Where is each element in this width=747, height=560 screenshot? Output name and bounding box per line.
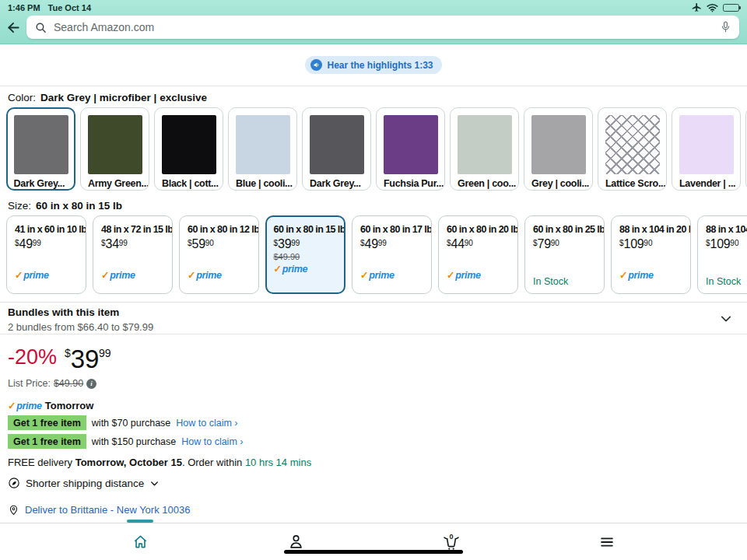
swatch-image xyxy=(14,115,68,174)
list-price-label: List Price: xyxy=(8,378,51,389)
size-option-88x104-20lb[interactable]: 88 in x 104 in 20 lb $10990 ✓prime xyxy=(611,215,691,294)
back-button[interactable] xyxy=(3,17,23,37)
color-swatch-fuchsia[interactable]: Fuchsia Pur... xyxy=(376,107,445,191)
swatch-image xyxy=(88,115,142,174)
promo-highlight: Get 1 free item xyxy=(8,415,86,430)
nav-menu-button[interactable] xyxy=(585,523,629,560)
swatch-image xyxy=(531,115,586,174)
color-swatch-blue[interactable]: Blue | cooli... xyxy=(228,107,297,191)
color-swatch-green[interactable]: Green | coo... xyxy=(450,107,519,191)
size-title: 48 in x 72 in 15 lb xyxy=(101,224,167,235)
size-option-60x80-15lb-selected[interactable]: 60 in x 80 in 15 lb $3999 $49.90 ✓prime xyxy=(265,215,345,294)
size-option-60x80-25lb[interactable]: 60 in x 80 in 25 lb $7990 In Stock xyxy=(524,215,605,294)
promo-highlight: Get 1 free item xyxy=(8,434,86,449)
list-price-value: $49.90 xyxy=(54,378,83,389)
size-price: $10990 xyxy=(706,237,747,251)
size-option-60x80-20lb[interactable]: 60 in x 80 in 20 lb $4490 ✓prime xyxy=(438,215,518,294)
nav-profile-button[interactable] xyxy=(274,523,317,560)
color-swatch-army-green[interactable]: Army Green... xyxy=(80,107,149,191)
cart-icon: 0 xyxy=(441,532,461,552)
deliver-to-label: Deliver to Brittanie - New York 10036 xyxy=(25,504,190,516)
size-was-price: $49.90 xyxy=(274,252,341,261)
bundles-title: Bundles with this item xyxy=(8,306,739,318)
size-section-label: Size:60 in x 80 in 15 lb xyxy=(8,200,122,212)
search-icon xyxy=(34,21,47,34)
color-label: Color: xyxy=(8,92,36,103)
hear-highlights-button[interactable]: Hear the highlights 1:33 xyxy=(305,56,441,74)
status-time: 1:46 PM xyxy=(8,3,40,12)
delivery-info: FREE delivery Tomorrow, October 15. Orde… xyxy=(8,457,739,468)
how-to-claim-link[interactable]: How to claim › xyxy=(176,418,237,429)
prime-badge: ✓prime xyxy=(15,269,81,281)
size-price: $7990 xyxy=(533,237,599,251)
chevron-down-icon xyxy=(149,478,160,488)
hear-highlights-label: Hear the highlights 1:33 xyxy=(327,60,433,71)
size-option-60x80-12lb[interactable]: 60 in x 80 in 12 lb $5990 ✓prime xyxy=(179,215,259,294)
promo-offer: Get 1 free item with $150 purchase How t… xyxy=(8,434,739,449)
swatch-label: Dark Grey... xyxy=(14,178,68,189)
promo-condition: with $70 purchase xyxy=(92,418,170,429)
size-option-60x80-17lb[interactable]: 60 in x 80 in 17 lb $4999 ✓prime xyxy=(352,215,432,294)
nav-home-button[interactable] xyxy=(118,523,162,560)
stock-status: In Stock xyxy=(533,276,599,287)
ios-home-indicator[interactable] xyxy=(284,550,463,554)
size-title: 60 in x 80 in 15 lb xyxy=(274,224,341,235)
size-title: 60 in x 80 in 17 lb xyxy=(360,224,426,235)
search-bar[interactable] xyxy=(26,16,739,39)
color-section-label: Color:Dark Grey | microfiber | exclusive xyxy=(8,92,207,103)
nav-cart-button[interactable]: 0 xyxy=(430,523,473,560)
size-price: $5990 xyxy=(188,237,254,251)
size-option-48x72-15lb[interactable]: 48 in x 72 in 15 lb $3499 ✓prime xyxy=(93,215,173,294)
size-price: $4999 xyxy=(360,237,426,251)
profile-icon xyxy=(287,533,305,551)
color-swatch-row: Dark Grey... Army Green... Black | cott.… xyxy=(6,107,747,194)
color-swatch-lavender[interactable]: Lavender | ... xyxy=(672,107,741,191)
color-swatch-dark-grey-2[interactable]: Dark Grey... xyxy=(302,107,371,191)
swatch-label: Grey | cooli... xyxy=(531,178,585,189)
airplane-mode-icon xyxy=(692,2,702,12)
prime-badge: ✓prime xyxy=(8,401,42,411)
info-icon[interactable]: i xyxy=(86,379,96,389)
bundles-section[interactable]: Bundles with this item 2 bundles from $6… xyxy=(8,306,739,333)
color-selected-value: Dark Grey | microfiber | exclusive xyxy=(40,92,207,103)
stock-status: In Stock xyxy=(706,276,747,287)
size-title: 60 in x 80 in 20 lb xyxy=(447,224,513,235)
size-title: 88 in x 104 xyxy=(706,224,747,235)
size-title: 60 in x 80 in 25 lb xyxy=(533,224,599,235)
deliver-to-link[interactable]: Deliver to Brittanie - New York 10036 xyxy=(8,504,739,516)
shipping-option-label: Shorter shipping distance xyxy=(26,478,144,489)
chevron-down-icon[interactable] xyxy=(719,312,733,326)
current-price: $3999 xyxy=(65,345,110,374)
swatch-label: Dark Grey... xyxy=(310,178,363,189)
divider xyxy=(0,302,747,303)
color-swatch-grey[interactable]: Grey | cooli... xyxy=(524,107,593,191)
color-swatch-black[interactable]: Black | cott... xyxy=(154,107,223,191)
size-selected-value: 60 in x 80 in 15 lb xyxy=(36,200,122,212)
swatch-label: Lattice Scro... xyxy=(605,178,659,189)
shorter-shipping-toggle[interactable]: Shorter shipping distance xyxy=(8,477,739,489)
size-option-88x104-partial[interactable]: 88 in x 104 $10990 In Stock xyxy=(697,215,747,294)
how-to-claim-link[interactable]: How to claim › xyxy=(181,436,243,447)
search-input[interactable] xyxy=(54,21,714,33)
size-price: $3999 xyxy=(274,237,341,251)
prime-badge: ✓prime xyxy=(360,269,426,281)
size-option-41x60-10lb[interactable]: 41 in x 60 in 10 lb $4999 ✓prime xyxy=(6,215,86,294)
color-swatch-lattice[interactable]: Lattice Scro... xyxy=(598,107,667,191)
color-swatch-dark-grey[interactable]: Dark Grey... xyxy=(6,107,75,191)
bottom-nav-bar: 0 xyxy=(0,523,747,560)
microphone-icon[interactable] xyxy=(720,20,731,34)
active-tab-indicator xyxy=(127,520,153,523)
swatch-image xyxy=(236,115,290,174)
swatch-label: Army Green... xyxy=(88,178,142,189)
battery-icon xyxy=(723,4,739,12)
leaf-icon xyxy=(8,477,20,489)
size-price: $10990 xyxy=(619,237,686,251)
prime-badge: ✓prime xyxy=(188,269,254,281)
delivery-mid: . Order within xyxy=(182,457,245,468)
promo-offer: Get 1 free item with $70 purchase How to… xyxy=(8,415,739,430)
swatch-image xyxy=(679,115,734,174)
size-title: 60 in x 80 in 12 lb xyxy=(188,224,254,235)
prime-badge: ✓prime xyxy=(274,263,341,275)
size-label: Size: xyxy=(8,200,31,212)
size-title: 88 in x 104 in 20 lb xyxy=(619,224,686,235)
